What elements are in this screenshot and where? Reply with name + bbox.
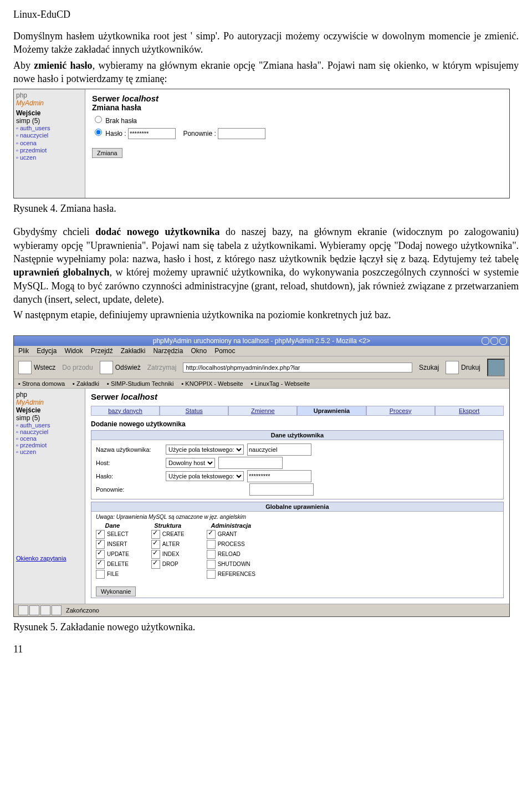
host-input[interactable] [218, 457, 283, 469]
retype-input[interactable] [249, 483, 314, 496]
radio-password-row: Hasło : Ponownie : [92, 127, 503, 139]
privilege-checkbox[interactable] [207, 560, 216, 569]
privilege-checkbox[interactable] [96, 570, 105, 579]
privilege-checkbox[interactable] [207, 550, 216, 559]
tab-bazy-danych[interactable]: bazy danych [91, 406, 160, 416]
radio-no-password[interactable] [95, 116, 102, 123]
host-label: Host: [96, 460, 162, 466]
sidebar-table-link[interactable]: ▫ ocena [16, 140, 83, 147]
screenshot-add-user: phpMyAdmin uruchomiony na localhost - ph… [13, 335, 510, 617]
bookmark-link[interactable]: ▪ LinuxTag - Webseite [251, 380, 310, 387]
password-input[interactable] [128, 128, 176, 139]
user-data-section: Dane użytkownika Nazwa użytkownika: Użyc… [91, 430, 504, 499]
sidebar-table-link[interactable]: ▫ auth_users [16, 422, 83, 429]
menu-item[interactable]: Plik [18, 347, 29, 355]
tab-eksport[interactable]: Eksport [435, 406, 504, 416]
search-label: Szukaj [419, 364, 439, 371]
tab-procesy[interactable]: Procesy [366, 406, 435, 416]
text-bold: zmienić hasło [34, 60, 92, 71]
privilege-checkbox[interactable] [151, 560, 160, 569]
menu-item[interactable]: Przejdź [91, 347, 113, 355]
password-input[interactable] [247, 470, 311, 482]
window-buttons [480, 337, 507, 346]
menu-item[interactable]: Widok [64, 347, 83, 355]
privilege-row: UPDATE [96, 550, 129, 559]
bookmark-link[interactable]: ▪ SIMP-Studium Techniki [107, 380, 173, 387]
query-window-link[interactable]: Okienko zapytania [16, 555, 83, 562]
privilege-checkbox[interactable] [207, 540, 216, 549]
privilege-row: GRANT [207, 530, 255, 539]
host-select[interactable]: Dowolny host [166, 458, 215, 468]
retype-input[interactable] [218, 128, 265, 139]
page-number: 11 [13, 644, 519, 655]
figure-1-caption: Rysunek 4. Zmiana hasła. [13, 202, 519, 215]
paragraph-1b: Aby zmienić hasło, wybieramy na głównym … [13, 59, 519, 86]
pma-sidebar: php MyAdmin Wejście simp (5) ▫ auth_user… [14, 89, 85, 198]
menu-item[interactable]: Narzędzia [153, 347, 183, 355]
bookmark-link[interactable]: ▪ Zakładki [73, 380, 99, 387]
window-titlebar: phpMyAdmin uruchomiony na localhost - ph… [14, 336, 509, 346]
menu-item[interactable]: Okno [191, 347, 207, 355]
back-icon [18, 361, 32, 374]
sidebar-table-link[interactable]: ▫ przedmiot [16, 147, 83, 154]
sidebar-table-link[interactable]: ▫ auth_users [16, 125, 83, 132]
server-heading: Serwer localhost [91, 392, 504, 401]
maximize-icon[interactable] [490, 337, 498, 345]
text-run: Aby [13, 60, 34, 71]
execute-button[interactable]: Wykonanie [96, 586, 136, 596]
privilege-row: CREATE [151, 530, 185, 539]
password-mode-select[interactable]: Użycie pola tekstowego: [166, 471, 244, 481]
paragraph-2: Gbydyśmy chcieli dodać nowego użytkownik… [13, 225, 519, 306]
privilege-checkbox[interactable] [96, 560, 105, 569]
menubar: PlikEdycjaWidokPrzejdźZakładkiNarzędziaO… [14, 346, 509, 356]
menu-item[interactable]: Pomoc [214, 347, 235, 355]
sidebar-table-link[interactable]: ▫ ocena [16, 435, 83, 442]
sidebar-table-link[interactable]: ▫ uczen [16, 448, 83, 455]
username-mode-select[interactable]: Użycie pola tekstowego: [166, 445, 244, 455]
radio-password[interactable] [95, 129, 102, 136]
figure-2-caption: Rysunek 5. Zakładanie nowego użytkownika… [13, 620, 519, 634]
menu-item[interactable]: Edycja [37, 347, 57, 355]
privilege-row: FILE [96, 570, 129, 579]
minimize-icon[interactable] [482, 337, 489, 345]
radio-no-password-row: Brak hasła [92, 114, 503, 125]
retype-label: Ponownie : [183, 130, 216, 137]
col-header: Struktura [151, 522, 185, 529]
sidebar-table-link[interactable]: ▫ uczen [16, 154, 83, 161]
bookmark-link[interactable]: ▪ Strona domowa [18, 380, 65, 387]
print-icon [446, 361, 459, 374]
addrbook-icon[interactable] [52, 605, 62, 615]
close-icon[interactable] [499, 337, 507, 345]
tab-zmienne[interactable]: Zmienne [228, 406, 297, 416]
paragraph-2f: W następnym etapie, definiujemy uprawnie… [13, 308, 519, 322]
forward-label: Do przodu [62, 364, 93, 371]
privilege-label: DELETE [107, 561, 129, 567]
sidebar-table-link[interactable]: ▫ przedmiot [16, 442, 83, 448]
privilege-checkbox[interactable] [151, 540, 160, 549]
menu-item[interactable]: Zakładki [121, 347, 146, 355]
tab-uprawnienia[interactable]: Uprawnienia [297, 406, 366, 416]
privilege-checkbox[interactable] [96, 540, 105, 549]
nav-icon[interactable] [18, 605, 28, 615]
tab-status[interactable]: Status [160, 406, 228, 416]
search-button[interactable]: Szukaj [419, 364, 439, 371]
privilege-checkbox[interactable] [207, 530, 216, 539]
back-button[interactable]: Wstecz [18, 361, 55, 374]
sidebar-table-link[interactable]: ▫ nauczyciel [16, 429, 83, 435]
privilege-checkbox[interactable] [151, 550, 160, 559]
mail-icon[interactable] [29, 605, 39, 615]
reload-button[interactable]: Odśwież [100, 361, 141, 374]
bookmark-link[interactable]: ▪ KNOPPIX - Webseite [181, 380, 243, 387]
privilege-checkbox[interactable] [207, 570, 216, 579]
username-input[interactable] [247, 443, 311, 456]
address-input[interactable]: http://localhost/phpmyadmin/index.php?la… [183, 363, 412, 373]
privilege-checkbox[interactable] [96, 530, 105, 539]
privilege-checkbox[interactable] [151, 530, 160, 539]
compose-icon[interactable] [40, 605, 50, 615]
privilege-checkbox[interactable] [96, 550, 105, 559]
print-button[interactable]: Drukuj [446, 361, 480, 374]
sidebar-table-link[interactable]: ▫ nauczyciel [16, 132, 83, 139]
section-header: Globalne uprawnienia [91, 502, 503, 512]
submit-button[interactable]: Zmiana [92, 148, 122, 158]
privilege-row: REFERENCES [207, 570, 255, 579]
